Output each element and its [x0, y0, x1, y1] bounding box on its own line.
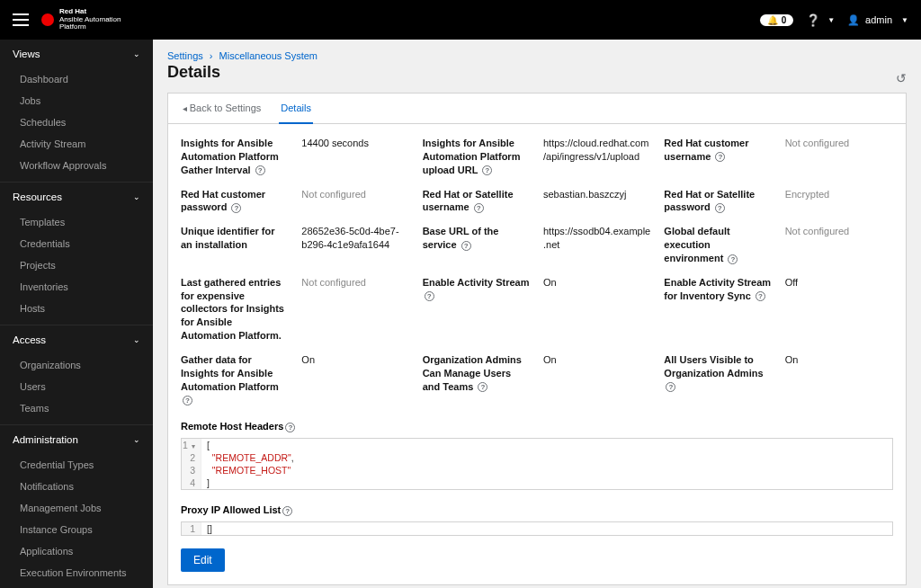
- chevron-down-icon: ⌄: [133, 335, 140, 344]
- field-value: On: [543, 276, 651, 343]
- line-number: 1 ▾: [182, 439, 201, 451]
- breadcrumb: Settings › Miscellaneous System: [167, 40, 907, 63]
- code-line: ]: [201, 477, 215, 489]
- nav-section-resources[interactable]: Resources⌄: [0, 183, 153, 211]
- proxy-list-label: Proxy IP Allowed List?: [181, 504, 893, 516]
- details-grid: Insights for Ansible Automation Platform…: [181, 137, 893, 406]
- nav-item-activity-stream[interactable]: Activity Stream: [0, 133, 153, 155]
- proxy-list-code[interactable]: 1[]: [181, 521, 893, 536]
- nav-item-dashboard[interactable]: Dashboard: [0, 68, 153, 90]
- help-icon[interactable]: ?: [478, 382, 487, 392]
- help-icon[interactable]: ?: [461, 241, 471, 251]
- remote-headers-code[interactable]: 1 ▾[2 "REMOTE_ADDR",3 "REMOTE_HOST"4]: [181, 438, 893, 490]
- help-icon[interactable]: ❔: [806, 13, 820, 27]
- nav-item-notifications[interactable]: Notifications: [0, 476, 153, 497]
- field-label: Red Hat customer username ?: [664, 137, 772, 177]
- line-number: 4: [182, 477, 201, 489]
- field-label: Gather data for Insights for Ansible Aut…: [181, 353, 289, 406]
- remote-headers-label: Remote Host Headers?: [181, 421, 893, 432]
- help-icon[interactable]: ?: [231, 203, 241, 213]
- help-icon[interactable]: ?: [255, 165, 265, 175]
- help-icon[interactable]: ?: [715, 152, 725, 162]
- page-title: Details: [167, 63, 220, 93]
- chevron-down-icon: ⌄: [133, 192, 140, 201]
- help-caret-icon[interactable]: ▼: [827, 16, 835, 24]
- topbar-right: 🔔 0 ❔ ▼ 👤 admin ▼: [760, 13, 908, 27]
- user-caret-icon: ▼: [901, 16, 908, 24]
- field-value: Off: [785, 276, 893, 343]
- help-icon[interactable]: ?: [285, 423, 295, 432]
- notification-count: 0: [782, 15, 787, 25]
- nav-item-execution-environments[interactable]: Execution Environments: [0, 562, 153, 584]
- nav-item-teams[interactable]: Teams: [0, 397, 153, 419]
- back-to-settings-tab[interactable]: Back to Settings: [181, 94, 263, 123]
- field-label: Unique identifier for an installation: [181, 225, 289, 265]
- nav-section-views[interactable]: Views⌄: [0, 40, 153, 68]
- field-value: Encrypted: [785, 188, 893, 215]
- help-icon[interactable]: ?: [425, 291, 434, 301]
- nav-item-jobs[interactable]: Jobs: [0, 90, 153, 111]
- field-value: On: [543, 353, 651, 406]
- notifications-button[interactable]: 🔔 0: [760, 14, 794, 26]
- field-label: Insights for Ansible Automation Platform…: [181, 137, 289, 177]
- menu-toggle-icon[interactable]: [13, 13, 29, 26]
- help-icon[interactable]: ?: [756, 291, 765, 301]
- nav-item-users[interactable]: Users: [0, 376, 153, 397]
- main-content: Settings › Miscellaneous System Details …: [153, 40, 921, 588]
- nav-item-credential-types[interactable]: Credential Types: [0, 454, 153, 476]
- field-label: Enable Activity Stream ?: [423, 276, 531, 343]
- line-number: 1: [182, 522, 201, 535]
- nav-item-applications[interactable]: Applications: [0, 540, 153, 562]
- history-icon[interactable]: ↺: [896, 71, 907, 85]
- breadcrumb-misc-system[interactable]: Miscellaneous System: [219, 50, 317, 61]
- user-menu[interactable]: 👤 admin ▼: [847, 14, 908, 26]
- help-icon[interactable]: ?: [183, 396, 192, 405]
- nav-item-instance-groups[interactable]: Instance Groups: [0, 519, 153, 540]
- card-tabs: Back to Settings Details: [168, 94, 906, 124]
- nav-item-projects[interactable]: Projects: [0, 254, 153, 276]
- line-number: 3: [182, 464, 201, 477]
- field-value: Not configured: [301, 276, 409, 343]
- nav-item-hosts[interactable]: Hosts: [0, 298, 153, 319]
- chevron-down-icon: ⌄: [133, 435, 140, 444]
- nav-section-administration[interactable]: Administration⌄: [0, 425, 153, 454]
- help-icon[interactable]: ?: [715, 203, 725, 213]
- nav-item-organizations[interactable]: Organizations: [0, 354, 153, 376]
- nav-section-access[interactable]: Access⌄: [0, 325, 153, 354]
- field-label: Enable Activity Stream for Inventory Syn…: [664, 276, 772, 343]
- chevron-down-icon: ⌄: [133, 49, 140, 58]
- details-card: Back to Settings Details Insights for An…: [167, 93, 907, 585]
- field-label: All Users Visible to Organization Admins…: [664, 353, 772, 406]
- nav-item-templates[interactable]: Templates: [0, 211, 153, 233]
- field-value: Not configured: [785, 225, 893, 265]
- field-label: Organization Admins Can Manage Users and…: [423, 353, 531, 406]
- nav-item-inventories[interactable]: Inventories: [0, 276, 153, 298]
- field-value: On: [785, 353, 893, 406]
- nav-item-workflow-approvals[interactable]: Workflow Approvals: [0, 155, 153, 176]
- field-value: On: [301, 353, 409, 406]
- topbar: Red Hat Ansible Automation Platform 🔔 0 …: [0, 0, 921, 40]
- edit-button[interactable]: Edit: [181, 548, 225, 572]
- code-line: [: [201, 439, 215, 451]
- help-icon[interactable]: ?: [474, 203, 484, 213]
- field-value: https://ssodb04.example.net: [543, 225, 651, 265]
- field-label: Insights for Ansible Automation Platform…: [423, 137, 531, 177]
- nav-item-management-jobs[interactable]: Management Jobs: [0, 497, 153, 519]
- help-icon[interactable]: ?: [728, 254, 738, 264]
- help-icon[interactable]: ?: [282, 506, 292, 516]
- field-value: 28652e36-5c0d-4be7-b296-4c1e9afa1644: [301, 225, 409, 265]
- field-value: Not configured: [301, 188, 409, 215]
- details-tab[interactable]: Details: [279, 94, 313, 124]
- help-icon[interactable]: ?: [666, 382, 675, 392]
- user-icon: 👤: [847, 14, 860, 26]
- help-icon[interactable]: ?: [482, 165, 492, 175]
- brand-line3: Platform: [59, 23, 121, 31]
- field-label: Red Hat customer password ?: [181, 188, 289, 215]
- nav-item-credentials[interactable]: Credentials: [0, 233, 153, 254]
- breadcrumb-settings[interactable]: Settings: [167, 50, 203, 61]
- brand: Red Hat Ansible Automation Platform: [41, 8, 121, 31]
- field-label: Global default execution environment ?: [664, 225, 772, 265]
- field-value: https://cloud.redhat.com/api/ingress/v1/…: [543, 137, 651, 177]
- code-line: "REMOTE_ADDR",: [201, 451, 300, 464]
- nav-item-schedules[interactable]: Schedules: [0, 111, 153, 133]
